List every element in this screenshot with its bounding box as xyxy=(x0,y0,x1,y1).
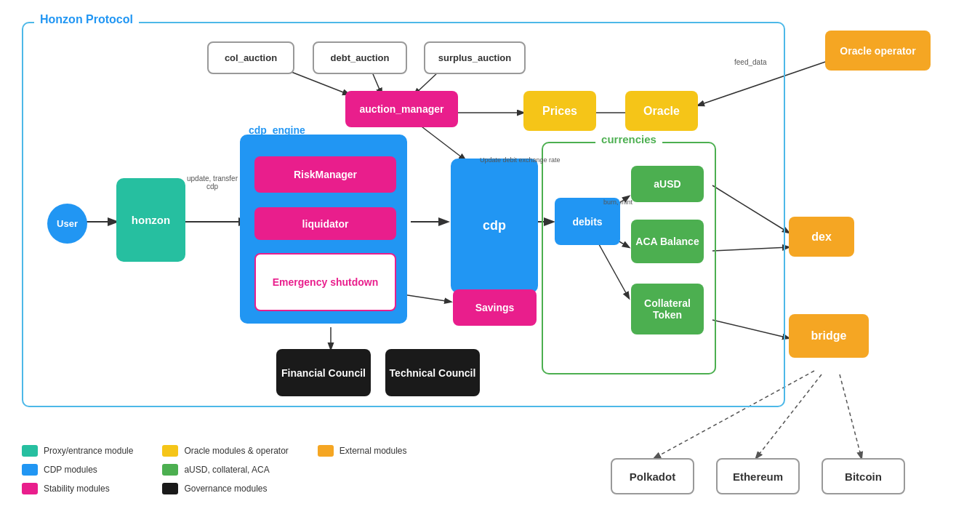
legend-col-2: Oracle modules & operator aUSD, collater… xyxy=(162,445,288,494)
cdp-engine-label: cdp_engine xyxy=(249,124,305,136)
legend-col-1: Proxy/entrance module CDP modules Stabil… xyxy=(22,445,133,494)
risk-manager-node: RiskManager xyxy=(254,156,396,193)
legend-col-3: External modules xyxy=(318,445,407,494)
debt-auction-node: debt_auction xyxy=(313,41,407,74)
currencies-title: currencies xyxy=(595,133,662,145)
auction-manager-node: auction_manager xyxy=(345,91,458,127)
diagram-container: Honzon Protocol currencies cdp_engine Us… xyxy=(0,0,980,509)
collateral-token-node: Collateral Token xyxy=(631,284,704,334)
cdp-node: cdp xyxy=(451,159,538,293)
oracle-node: Oracle xyxy=(625,91,698,131)
burn-mint-label: burn, mint xyxy=(603,199,632,206)
honzon-protocol-title: Honzon Protocol xyxy=(34,13,139,26)
legend-teal-label: Proxy/entrance module xyxy=(44,446,133,456)
legend-orange-label: External modules xyxy=(340,446,407,456)
legend-pink-box xyxy=(22,483,38,494)
legend-green-box xyxy=(162,464,178,476)
surplus-auction-node: surplus_auction xyxy=(424,41,526,74)
legend-pink: Stability modules xyxy=(22,483,133,494)
svg-line-21 xyxy=(840,374,861,458)
prices-node: Prices xyxy=(523,91,596,131)
legend-yellow-box xyxy=(162,445,178,457)
legend-blue-label: CDP modules xyxy=(44,465,97,475)
update-debit-label: Update debit exchange rate xyxy=(480,156,561,164)
legend: Proxy/entrance module CDP modules Stabil… xyxy=(22,445,407,494)
financial-council-node: Financial Council xyxy=(276,349,371,396)
technical-council-node: Technical Council xyxy=(385,349,480,396)
legend-black: Governance modules xyxy=(162,483,288,494)
polkadot-node: Polkadot xyxy=(611,458,694,494)
legend-pink-label: Stability modules xyxy=(44,484,110,494)
legend-green-label: aUSD, collateral, ACA xyxy=(184,465,269,475)
col-auction-node: col_auction xyxy=(207,41,294,74)
bitcoin-node: Bitcoin xyxy=(822,458,905,494)
legend-yellow: Oracle modules & operator xyxy=(162,445,288,457)
ausd-node: aUSD xyxy=(631,166,704,202)
legend-blue-box xyxy=(22,464,38,476)
bridge-node: bridge xyxy=(789,314,869,358)
honzon-node: honzon xyxy=(116,178,185,262)
dex-node: dex xyxy=(789,217,854,257)
emergency-shutdown-node: Emergency shutdown xyxy=(254,253,396,311)
feed-data-label: feed_data xyxy=(734,58,767,66)
aca-balance-node: ACA Balance xyxy=(631,220,704,263)
legend-black-box xyxy=(162,483,178,494)
update-transfer-label: update, transfer cdp xyxy=(183,175,241,191)
user-node: User xyxy=(47,204,87,244)
oracle-operator-node: Oracle operator xyxy=(825,31,931,71)
liquidator-node: liquidator xyxy=(254,207,396,240)
legend-orange-box xyxy=(318,445,334,457)
legend-teal: Proxy/entrance module xyxy=(22,445,133,457)
legend-orange: External modules xyxy=(318,445,407,457)
savings-node: Savings xyxy=(453,289,537,326)
legend-black-label: Governance modules xyxy=(184,484,267,494)
legend-blue: CDP modules xyxy=(22,464,133,476)
legend-teal-box xyxy=(22,445,38,457)
legend-green: aUSD, collateral, ACA xyxy=(162,464,288,476)
legend-yellow-label: Oracle modules & operator xyxy=(184,446,288,456)
ethereum-node: Ethereum xyxy=(716,458,800,494)
